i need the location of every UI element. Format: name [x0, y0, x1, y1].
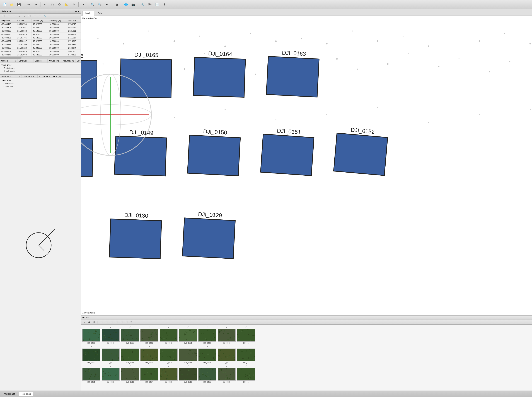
- photo-item[interactable]: ✓ DJI_0124: [160, 346, 177, 364]
- photo-item[interactable]: ✓ DJI_...: [237, 326, 255, 344]
- toolbar-undo[interactable]: ↩: [25, 1, 32, 8]
- col-longitude[interactable]: Longitude: [0, 19, 16, 23]
- toolbar-zoom-in[interactable]: 🔍: [89, 1, 96, 8]
- toolbar-poly-select[interactable]: ⬡: [56, 1, 63, 8]
- photo-item[interactable]: ✓ DJI_0131: [82, 365, 100, 383]
- status-tab-reference[interactable]: Reference: [19, 392, 33, 396]
- ref-icon-1[interactable]: ⬜: [1, 14, 6, 18]
- ref-table-hscroll[interactable]: [0, 56, 81, 59]
- panel-minimize-icon[interactable]: –: [75, 10, 77, 13]
- markers-col-sort[interactable]: ↕: [14, 59, 18, 62]
- photos-tb-dot1[interactable]: ●: [82, 320, 86, 324]
- photos-tb-icon2[interactable]: ⬜: [104, 320, 108, 324]
- markers-col-err[interactable]: Err: [76, 59, 81, 62]
- toolbar-redo[interactable]: ↪: [32, 1, 39, 8]
- scalebars-check-scale[interactable]: Check scal...: [1, 85, 79, 88]
- toolbar-report[interactable]: 📊: [154, 1, 160, 8]
- photo-item[interactable]: ✓ DJI_0125: [179, 346, 197, 364]
- toolbar-measure[interactable]: 📐: [63, 1, 70, 8]
- photos-tb-icon6[interactable]: ⬜: [124, 320, 128, 324]
- photos-tb-dropdown[interactable]: ▼: [129, 320, 133, 324]
- photo-item[interactable]: ✓ DJI_0115: [198, 326, 216, 344]
- photo-item[interactable]: ✓ DJI_0134: [140, 365, 158, 383]
- ref-table-hscroll-thumb[interactable]: [0, 57, 21, 59]
- ref-icon-3[interactable]: ⬜: [12, 14, 16, 18]
- tab-ortho[interactable]: Ortho: [95, 11, 106, 16]
- photos-tb-close[interactable]: ✕: [92, 320, 96, 324]
- toolbar-camera[interactable]: 📷: [130, 1, 136, 8]
- col-accuracy[interactable]: Accuracy (m): [48, 19, 67, 23]
- photo-item[interactable]: ✓ DJI_0121: [102, 346, 120, 364]
- markers-col-acc[interactable]: Accuracy (m): [62, 59, 76, 62]
- photo-item[interactable]: ✓ DJI_0114: [179, 326, 197, 344]
- ref-icon-settings[interactable]: 🔧: [43, 14, 47, 18]
- ref-icon-6[interactable]: ⬜: [38, 14, 42, 18]
- table-row[interactable]: -80.83938225.78307542.42600010.0000003.6…: [0, 50, 81, 53]
- photo-item[interactable]: ✓ DJI_0133: [121, 365, 139, 383]
- photo-item[interactable]: ✓ DJI_0132: [102, 365, 120, 383]
- markers-control-points[interactable]: Control poi...: [1, 67, 79, 69]
- photos-tb-dot2[interactable]: ◉: [87, 320, 91, 324]
- photo-item[interactable]: ✓ DJI_0137: [198, 365, 216, 383]
- table-row[interactable]: -80.83938325.78312042.32600010.0000001.5…: [0, 46, 81, 50]
- table-row[interactable]: -80.83941325.78375942.42600010.0000001.7…: [0, 23, 81, 26]
- ref-icon-circle[interactable]: ○: [22, 14, 26, 18]
- toolbar-export[interactable]: ⬇: [161, 1, 167, 8]
- markers-col-lon[interactable]: Longitude: [18, 59, 34, 62]
- toolbar-grid[interactable]: ⊞: [113, 1, 120, 8]
- photo-item[interactable]: ✓ DJI_0136: [179, 365, 197, 383]
- toolbar-select[interactable]: ↖: [42, 1, 48, 8]
- toolbar-fit[interactable]: ✥: [104, 1, 110, 8]
- table-row[interactable]: -80.83939625.78347342.42600010.0000001.4…: [0, 33, 81, 36]
- toolbar-new[interactable]: 📄: [1, 1, 8, 8]
- col-latitude[interactable]: Latitude: [16, 19, 32, 23]
- photo-item[interactable]: ✓ DJI_0116: [218, 326, 235, 344]
- photo-item[interactable]: ✓ DJI_0122: [121, 346, 139, 364]
- photos-tb-icon4[interactable]: ⬜: [114, 320, 118, 324]
- photo-item[interactable]: ✓ DJI_0123: [140, 346, 158, 364]
- tab-model[interactable]: Model: [82, 11, 94, 16]
- reference-table-scroll[interactable]: Longitude Latitude Altitude (m) Accuracy…: [0, 19, 81, 56]
- viewport-3d[interactable]: Perspective 30°: [81, 16, 532, 316]
- photo-item[interactable]: ✓ DJI_0112: [140, 326, 158, 344]
- markers-col-alt[interactable]: Altitude (m): [48, 59, 62, 62]
- toolbar-flag[interactable]: 🏁: [147, 1, 153, 8]
- markers-col-name[interactable]: Markers: [0, 59, 14, 62]
- markers-check-points[interactable]: Check points: [1, 69, 79, 72]
- toolbar-open[interactable]: 📁: [9, 1, 15, 8]
- photo-item[interactable]: ✓ DJI_0111: [121, 326, 139, 344]
- col-error[interactable]: Error (m): [67, 19, 81, 23]
- scalebars-col-dist[interactable]: Distance (m): [21, 74, 38, 78]
- toolbar-cancel[interactable]: ✕: [80, 1, 86, 8]
- toolbar-save[interactable]: 💾: [16, 1, 22, 8]
- panel-close-icon[interactable]: ✕: [77, 10, 79, 13]
- status-tab-workspace[interactable]: Workspace: [2, 392, 17, 396]
- scalebars-col-err[interactable]: Error (m): [52, 74, 81, 78]
- table-row[interactable]: -80.83938625.78320942.42600010.0000002.0…: [0, 43, 81, 46]
- scalebars-col-sort[interactable]: ↕: [18, 74, 21, 78]
- photo-item[interactable]: ✓ DJI_0126: [198, 346, 216, 364]
- ref-icon-4[interactable]: ⬜: [27, 14, 32, 18]
- table-row[interactable]: -80.83937725.78298842.52600010.0000004.1…: [0, 53, 81, 56]
- toolbar-rect-select[interactable]: ⬚: [49, 1, 56, 8]
- photos-tb-icon3[interactable]: ⬜: [109, 320, 113, 324]
- toolbar-globe[interactable]: 🌐: [123, 1, 129, 8]
- scalebars-col-name[interactable]: Scale Bars: [0, 74, 18, 78]
- toolbar-rotate[interactable]: ↻: [70, 1, 77, 8]
- photo-item[interactable]: ✓ DJI_0127: [218, 346, 235, 364]
- table-row[interactable]: -80.83939125.78329742.42600010.0000001.7…: [0, 39, 81, 43]
- ref-icon-5[interactable]: ⬜: [32, 14, 37, 18]
- toolbar-settings[interactable]: 🔧: [139, 1, 146, 8]
- photos-tb-icon5[interactable]: ⬜: [119, 320, 123, 324]
- scalebars-col-acc[interactable]: Accuracy (m): [38, 74, 52, 78]
- markers-col-lat[interactable]: Latitude: [33, 59, 48, 62]
- ref-icon-star[interactable]: ★: [17, 14, 21, 18]
- table-row[interactable]: -80.83939325.78338542.52600010.0000001.1…: [0, 36, 81, 39]
- photo-item[interactable]: ✓ DJI_0110: [102, 326, 120, 344]
- col-altitude[interactable]: Altitude (m): [32, 19, 48, 23]
- photo-item[interactable]: ✓ DJI_0135: [160, 365, 177, 383]
- photo-item[interactable]: ✓ DJI_0120: [82, 346, 100, 364]
- photos-tb-icon1[interactable]: ⬜: [99, 320, 103, 324]
- table-row[interactable]: -80.83940325.78365142.62600010.0000001.6…: [0, 26, 81, 29]
- photo-item[interactable]: ✓ DJI_...: [237, 346, 255, 364]
